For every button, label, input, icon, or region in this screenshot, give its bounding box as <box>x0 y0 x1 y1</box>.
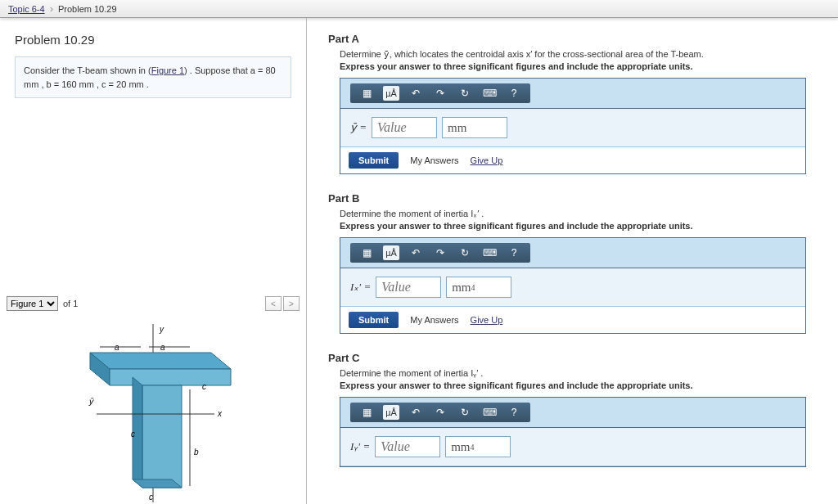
svg-text:x: x <box>217 409 223 418</box>
part-a-var: ȳ = <box>350 121 367 134</box>
reset-icon[interactable]: ↻ <box>457 86 473 101</box>
figure-toolbar: Figure 1 of 1 < > <box>0 293 306 314</box>
keyboard-icon[interactable]: ⌨ <box>481 405 498 420</box>
part-b-intro: Determine the moment of inertia Iₓ′ . <box>340 209 817 219</box>
help-icon[interactable]: ? <box>506 245 522 260</box>
part-b-unit-input[interactable]: mm4 <box>446 277 511 298</box>
part-b-giveup-link[interactable]: Give Up <box>471 315 503 325</box>
part-a-toolbar: ▦ µÅ ↶ ↷ ↻ ⌨ ? <box>340 79 805 109</box>
figure-link[interactable]: Figure 1 <box>151 65 184 75</box>
svg-text:c: c <box>149 493 153 502</box>
part-a-panel: ▦ µÅ ↶ ↷ ↻ ⌨ ? ȳ = mm Submit M <box>340 78 806 174</box>
help-icon[interactable]: ? <box>506 86 522 101</box>
part-b-label: Part B <box>328 192 817 205</box>
figure-canvas: y x a a ȳ c c b c <box>0 314 306 504</box>
svg-marker-2 <box>90 353 231 369</box>
part-a-instruct: Express your answer to three significant… <box>340 61 817 71</box>
part-c-instruct: Express your answer to three significant… <box>340 380 817 390</box>
figure-next-button[interactable]: > <box>283 296 300 311</box>
part-a-submit-button[interactable]: Submit <box>349 152 399 169</box>
part-c-label: Part C <box>328 352 817 364</box>
help-icon[interactable]: ? <box>506 405 522 420</box>
figure-count-label: of 1 <box>63 299 78 308</box>
breadcrumb-bar: Topic 6-4 › Problem 10.29 <box>0 0 838 18</box>
part-b-var: Iₓ′ = <box>350 281 371 294</box>
units-icon[interactable]: µÅ <box>383 86 399 101</box>
reset-icon[interactable]: ↻ <box>457 245 473 260</box>
problem-title: Problem 10.29 <box>15 33 291 47</box>
figure-select[interactable]: Figure 1 <box>7 296 58 311</box>
svg-text:y: y <box>159 325 164 334</box>
units-icon[interactable]: µÅ <box>383 405 399 420</box>
right-column: Part A Determine ȳ, which locates the ce… <box>307 18 838 504</box>
part-b-panel: ▦ µÅ ↶ ↷ ↻ ⌨ ? Iₓ′ = mm4 Submit <box>340 237 806 334</box>
reset-icon[interactable]: ↻ <box>457 405 473 420</box>
part-c: Part C Determine the moment of inertia I… <box>328 352 817 467</box>
figure-prev-button[interactable]: < <box>265 296 282 311</box>
part-a: Part A Determine ȳ, which locates the ce… <box>328 33 817 174</box>
part-b-my-answers: My Answers <box>410 315 458 325</box>
problem-description: Consider the T-beam shown in (Figure 1) … <box>15 56 291 98</box>
svg-text:ȳ: ȳ <box>88 397 94 407</box>
breadcrumb-topic[interactable]: Topic 6-4 <box>8 4 45 14</box>
svg-marker-5 <box>142 385 182 488</box>
part-c-intro: Determine the moment of inertia Iᵧ′ . <box>340 368 817 379</box>
keyboard-icon[interactable]: ⌨ <box>481 86 498 101</box>
part-a-label: Part A <box>328 33 817 45</box>
svg-text:b: b <box>194 448 199 457</box>
svg-text:c: c <box>131 430 135 439</box>
part-c-value-input[interactable] <box>375 436 440 457</box>
part-a-giveup-link[interactable]: Give Up <box>471 155 503 165</box>
part-b-toolbar: ▦ µÅ ↶ ↷ ↻ ⌨ ? <box>340 238 805 268</box>
part-c-var: Iᵧ′ = <box>350 440 370 453</box>
chevron-right-icon: › <box>50 2 53 15</box>
tbeam-figure: y x a a ȳ c c b c <box>51 324 255 504</box>
part-a-unit-input[interactable]: mm <box>442 117 507 138</box>
left-column: Problem 10.29 Consider the T-beam shown … <box>0 18 307 504</box>
svg-text:c: c <box>202 382 206 391</box>
breadcrumb-problem: Problem 10.29 <box>58 4 117 14</box>
template-icon[interactable]: ▦ <box>358 405 375 420</box>
part-a-my-answers: My Answers <box>410 155 458 165</box>
part-b: Part B Determine the moment of inertia I… <box>328 192 817 334</box>
part-c-panel: ▦ µÅ ↶ ↷ ↻ ⌨ ? Iᵧ′ = mm4 <box>340 397 806 467</box>
svg-marker-4 <box>110 369 231 385</box>
part-c-unit-input[interactable]: mm4 <box>445 436 511 457</box>
part-c-toolbar: ▦ µÅ ↶ ↷ ↻ ⌨ ? <box>340 398 805 428</box>
template-icon[interactable]: ▦ <box>358 86 375 101</box>
part-a-value-input[interactable] <box>372 117 437 138</box>
part-b-instruct: Express your answer to three significant… <box>340 221 817 231</box>
keyboard-icon[interactable]: ⌨ <box>481 245 498 260</box>
redo-icon[interactable]: ↷ <box>432 245 448 260</box>
template-icon[interactable]: ▦ <box>358 245 375 260</box>
units-icon[interactable]: µÅ <box>383 245 399 260</box>
part-b-submit-button[interactable]: Submit <box>349 312 399 328</box>
breadcrumb: Topic 6-4 › Problem 10.29 <box>8 2 117 15</box>
undo-icon[interactable]: ↶ <box>408 86 424 101</box>
part-b-value-input[interactable] <box>376 277 441 298</box>
redo-icon[interactable]: ↷ <box>432 86 448 101</box>
undo-icon[interactable]: ↶ <box>408 405 424 420</box>
redo-icon[interactable]: ↷ <box>432 405 448 420</box>
undo-icon[interactable]: ↶ <box>408 245 424 260</box>
part-a-intro: Determine ȳ, which locates the centroida… <box>340 49 817 60</box>
